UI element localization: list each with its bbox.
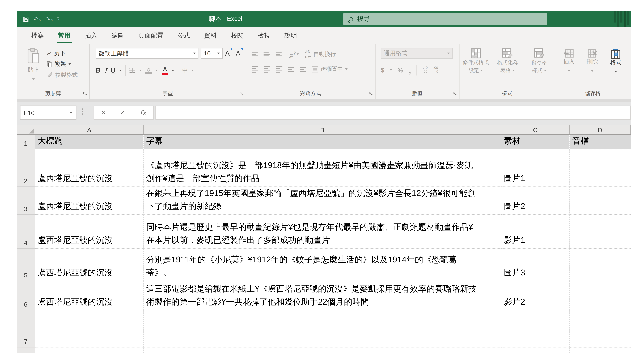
cell-styles-button[interactable]: 儲存格 樣式 — [524, 48, 554, 74]
row-header-1[interactable]: 1 — [17, 135, 35, 149]
cell-d8[interactable] — [570, 348, 631, 353]
cell-a6[interactable]: 盧西塔尼亞號的沉沒 — [35, 281, 144, 310]
tab-review[interactable]: 校閱 — [224, 27, 251, 44]
format-as-table-button[interactable]: 格式化為 表格 — [493, 48, 522, 74]
underline-button[interactable]: U — [111, 67, 116, 74]
merge-center-button[interactable]: 跨欄置中 — [312, 65, 348, 73]
orientation-button[interactable]: ab↗ — [288, 50, 299, 58]
tab-data[interactable]: 資料 — [197, 27, 224, 44]
number-dialog-launcher-icon[interactable] — [452, 91, 457, 96]
cell-b5[interactable]: 分別是1911年的《小尼莫》¥1912年的《蚊子是怎麼生活的》以及1914年的《… — [144, 249, 501, 281]
cell-d4[interactable] — [570, 215, 631, 249]
name-box[interactable]: F10 — [20, 106, 76, 120]
bold-button[interactable]: B — [96, 67, 100, 74]
format-cells-button[interactable]: 格式 — [605, 49, 626, 73]
number-format-combo[interactable]: 通用格式 — [381, 48, 453, 59]
currency-dropdown-icon[interactable] — [390, 69, 392, 71]
cell-a1[interactable]: 大標題 — [35, 135, 144, 149]
delete-cells-button[interactable]: 刪除 — [582, 49, 603, 72]
increase-indent-icon[interactable] — [300, 67, 306, 72]
cell-d7[interactable] — [570, 310, 631, 348]
borders-dropdown-icon[interactable] — [139, 70, 142, 71]
cell-b2[interactable]: 《盧西塔尼亞號的沉沒》是一部1918年的無聲動畫短片¥由美國漫畫家兼動畫師溫瑟·… — [144, 149, 501, 187]
format-painter-button[interactable]: 複製格式 — [47, 70, 78, 81]
align-right-icon[interactable] — [276, 66, 282, 72]
cell-c5[interactable]: 圖片3 — [501, 249, 570, 281]
row-header-2[interactable]: 2 — [17, 149, 35, 187]
column-header-b[interactable]: B — [144, 125, 501, 134]
tab-file[interactable]: 檔案 — [24, 27, 51, 44]
cell-d6[interactable] — [570, 281, 631, 310]
cell-a2[interactable]: 盧西塔尼亞號的沉沒 — [35, 149, 144, 187]
copy-button[interactable]: 複製 — [47, 59, 78, 70]
search-input[interactable]: 搜尋 — [343, 13, 547, 25]
tab-view[interactable]: 檢視 — [251, 27, 278, 44]
conditional-formatting-button[interactable]: 條件式格式 設定 — [461, 48, 490, 74]
name-box-dropdown-icon[interactable] — [69, 112, 73, 114]
increase-decimal-button[interactable]: ←0.00 — [422, 66, 428, 74]
enter-button[interactable]: ✓ — [120, 109, 125, 116]
row-header-6[interactable]: 6 — [17, 281, 35, 310]
paste-dropdown-icon[interactable] — [32, 78, 35, 80]
cell-c1[interactable]: 素材 — [501, 135, 570, 149]
formula-input[interactable] — [155, 106, 631, 120]
cell-d3[interactable] — [570, 187, 631, 215]
copy-dropdown-icon[interactable] — [68, 63, 71, 65]
clipboard-dialog-launcher-icon[interactable] — [83, 91, 87, 96]
cell-c6[interactable]: 影片2 — [501, 281, 570, 310]
decrease-decimal-button[interactable]: .00→0 — [433, 66, 438, 74]
formula-bar-drag-handle[interactable] — [82, 108, 83, 115]
percent-button[interactable]: % — [398, 66, 403, 74]
fill-color-dropdown-icon[interactable] — [156, 70, 158, 71]
borders-icon[interactable] — [130, 68, 136, 73]
row-header-8[interactable] — [17, 348, 35, 353]
cell-a8[interactable] — [35, 348, 144, 353]
cell-b8[interactable] — [144, 348, 501, 353]
select-all-button[interactable] — [17, 125, 35, 134]
cell-b4[interactable]: 同時本片還是歷史上最早的動畫紀錄片¥也是現存年代最早的嚴肅、正劇類題材動畫作品¥… — [144, 215, 501, 249]
decrease-indent-icon[interactable] — [288, 67, 294, 72]
alignment-dialog-launcher-icon[interactable] — [368, 91, 373, 96]
align-left-icon[interactable] — [252, 66, 258, 72]
tab-insert[interactable]: 插入 — [78, 27, 104, 44]
cell-c8[interactable] — [501, 348, 570, 353]
row-header-5[interactable]: 5 — [17, 249, 35, 281]
font-color-button[interactable]: A — [162, 66, 168, 74]
cell-d1[interactable]: 音檔 — [570, 135, 631, 149]
font-size-combo[interactable]: 10 — [201, 48, 223, 59]
align-bottom-icon[interactable] — [276, 52, 282, 56]
tab-help[interactable]: 說明 — [277, 27, 304, 44]
cancel-button[interactable]: × — [101, 108, 105, 117]
cell-c7[interactable] — [501, 310, 570, 348]
cell-b6[interactable]: 這三部電影都是繪製在米紙上¥《盧西塔尼亞號的沉沒》是麥凱採用更有效率的賽璐珞新技… — [144, 281, 501, 310]
row-header-7[interactable]: 7 — [17, 310, 35, 348]
column-header-c[interactable]: C — [501, 125, 570, 134]
column-header-a[interactable]: A — [35, 125, 144, 134]
insert-cells-button[interactable]: 插入 — [558, 49, 579, 72]
cell-c2[interactable]: 圖片1 — [501, 149, 570, 187]
tab-draw[interactable]: 繪圖 — [104, 27, 131, 44]
cell-a3[interactable]: 盧西塔尼亞號的沉沒 — [35, 187, 144, 215]
cut-button[interactable]: ✂ 剪下 — [47, 48, 78, 59]
align-top-icon[interactable] — [252, 52, 258, 56]
cell-b1[interactable]: 字幕 — [144, 135, 501, 149]
decrease-font-button[interactable]: A▼ — [236, 49, 244, 57]
italic-button[interactable]: I — [104, 66, 107, 74]
fill-color-button[interactable] — [146, 67, 152, 74]
increase-font-button[interactable]: A▲ — [225, 49, 234, 57]
font-dialog-launcher-icon[interactable] — [239, 91, 244, 96]
wrap-text-button[interactable]: abc↩ 自動換行 — [305, 49, 336, 59]
cell-b7[interactable] — [144, 310, 501, 348]
comma-button[interactable]: , — [408, 68, 411, 72]
cell-a7[interactable] — [35, 310, 144, 348]
font-color-dropdown-icon[interactable] — [172, 70, 174, 71]
currency-button[interactable]: $ — [381, 67, 384, 73]
tab-page-layout[interactable]: 頁面配置 — [131, 27, 170, 44]
underline-dropdown-icon[interactable] — [119, 70, 122, 71]
cell-d5[interactable] — [570, 249, 631, 281]
row-header-3[interactable]: 3 — [17, 187, 35, 215]
tab-home[interactable]: 常用 — [51, 27, 78, 44]
cell-c4[interactable]: 影片1 — [501, 215, 570, 249]
insert-function-button[interactable]: fx — [140, 109, 146, 117]
phonetic-dropdown-icon[interactable] — [192, 70, 194, 71]
